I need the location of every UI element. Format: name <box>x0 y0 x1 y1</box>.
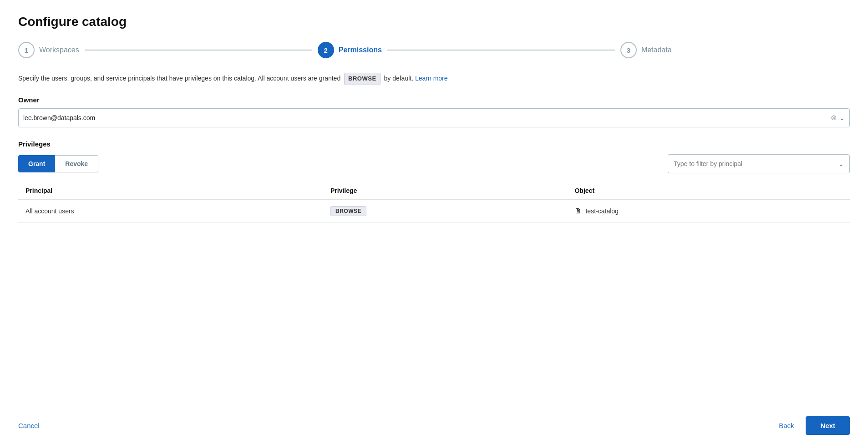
page-container: Configure catalog 1 Workspaces 2 Permiss… <box>0 0 868 444</box>
table-header-row: Principal Privilege Object <box>18 182 850 199</box>
footer: Cancel Back Next <box>18 407 850 444</box>
chevron-down-icon[interactable]: ⌄ <box>839 114 845 121</box>
page-title: Configure catalog <box>18 15 850 29</box>
step-line-2 <box>387 50 615 50</box>
col-object: Object <box>567 182 850 199</box>
col-principal: Principal <box>18 182 323 199</box>
filter-chevron-icon: ⌄ <box>838 160 844 167</box>
grant-button[interactable]: Grant <box>18 155 55 172</box>
footer-spacer: Cancel Back Next <box>18 234 850 444</box>
revoke-button[interactable]: Revoke <box>55 155 98 172</box>
step-2-circle: 2 <box>318 42 334 58</box>
object-name: test-catalog <box>585 207 618 215</box>
owner-value: lee.brown@datapals.com <box>23 114 831 121</box>
privileges-table: Principal Privilege Object All account u… <box>18 182 850 223</box>
privilege-btn-group: Grant Revoke <box>18 155 98 172</box>
browse-badge: BROWSE <box>344 73 381 85</box>
step-1: 1 Workspaces <box>18 42 79 58</box>
step-line-1 <box>85 50 312 50</box>
step-3: 3 Metadata <box>620 42 672 58</box>
step-1-circle: 1 <box>18 42 35 58</box>
stepper: 1 Workspaces 2 Permissions 3 Metadata <box>18 42 850 58</box>
privileges-label: Privileges <box>18 140 850 148</box>
privilege-badge: BROWSE <box>330 206 366 216</box>
catalog-icon: 🗎 <box>574 207 582 215</box>
cell-privilege: BROWSE <box>323 199 568 223</box>
learn-more-link[interactable]: Learn more <box>415 75 448 82</box>
owner-label: Owner <box>18 96 850 104</box>
back-button[interactable]: Back <box>772 417 800 434</box>
cell-principal: All account users <box>18 199 323 223</box>
privileges-controls: Grant Revoke ⌄ <box>18 154 850 173</box>
step-2: 2 Permissions <box>318 42 382 58</box>
step-3-circle: 3 <box>620 42 637 58</box>
footer-right: Back Next <box>772 416 850 435</box>
owner-select[interactable]: lee.brown@datapals.com ⊗ ⌄ <box>18 108 850 127</box>
next-button[interactable]: Next <box>806 416 850 435</box>
step-3-label: Metadata <box>641 46 672 54</box>
cell-object: 🗎 test-catalog <box>567 199 850 223</box>
filter-container: ⌄ <box>668 154 850 173</box>
cancel-button[interactable]: Cancel <box>18 417 40 434</box>
step-2-label: Permissions <box>339 46 382 54</box>
col-privilege: Privilege <box>323 182 568 199</box>
table-row: All account users BROWSE 🗎 test-catalog <box>18 199 850 223</box>
filter-input[interactable] <box>674 160 838 167</box>
object-cell: 🗎 test-catalog <box>574 207 843 215</box>
description-text: Specify the users, groups, and service p… <box>18 73 850 85</box>
step-1-label: Workspaces <box>39 46 79 54</box>
clear-icon[interactable]: ⊗ <box>831 113 837 122</box>
